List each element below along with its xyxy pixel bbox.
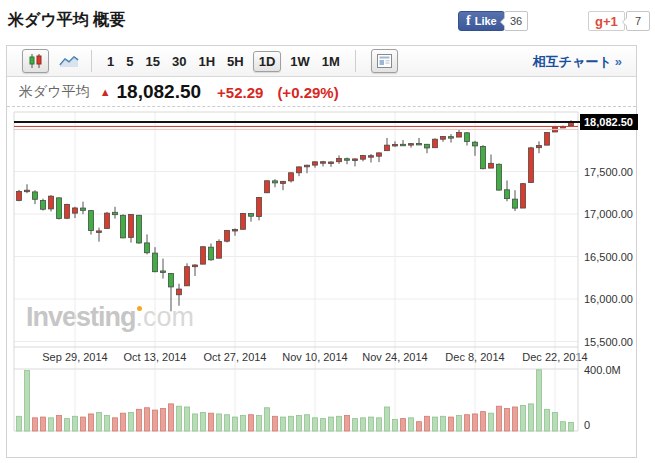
news-panel-button[interactable]: [371, 49, 398, 73]
watermark-orange-dot: [137, 306, 142, 311]
timeframe-1m[interactable]: 1M: [322, 54, 340, 69]
timeframe-1w[interactable]: 1W: [290, 54, 310, 69]
google-plus-icon: g+1: [595, 14, 618, 29]
timeframe-15[interactable]: 15: [145, 54, 159, 69]
chevron-right-icon: »: [615, 54, 622, 69]
chart-widget: 1 5 15 30 1H 5H 1D 1W 1M 相互チャート»: [6, 45, 637, 458]
toolbar-separator: [355, 50, 356, 72]
watermark-bold: Investing: [26, 302, 136, 332]
timeframe-5h[interactable]: 5H: [227, 54, 244, 69]
page-title: 米ダウ平均 概要: [8, 10, 125, 31]
candlestick-chart-type-button[interactable]: [22, 49, 49, 73]
facebook-like-label: Like: [475, 15, 497, 27]
last-price: 18,082.50: [117, 81, 202, 103]
candlestick-icon: [28, 53, 44, 69]
news-panel-icon: [377, 54, 392, 68]
interactive-chart-link-label: 相互チャート: [533, 54, 612, 69]
quote-row: 米ダウ平均 ▲ 18,082.50 +52.29 (+0.29%): [7, 78, 636, 107]
price-change-percent: (+0.29%): [277, 84, 338, 101]
watermark-light: .com: [136, 302, 195, 332]
page: 米ダウ平均 概要 f Like 36 g+1 7: [0, 0, 655, 463]
timeframe-30[interactable]: 30: [172, 54, 186, 69]
facebook-like-count: 36: [504, 11, 528, 31]
investing-watermark: Investing.com: [26, 302, 194, 333]
line-chart-type-button[interactable]: [55, 49, 82, 73]
facebook-icon: f: [466, 13, 471, 29]
google-plus-one-count: 7: [626, 11, 650, 31]
timeframe-1[interactable]: 1: [107, 54, 114, 69]
timeframe-1d-selected[interactable]: 1D: [253, 51, 282, 72]
interactive-chart-link[interactable]: 相互チャート»: [533, 53, 622, 71]
google-plus-one-button[interactable]: g+1: [588, 11, 625, 31]
toolbar-separator: [91, 50, 92, 72]
timeframe-5[interactable]: 5: [126, 54, 133, 69]
instrument-name: 米ダウ平均: [19, 83, 90, 101]
facebook-like-button[interactable]: f Like: [458, 11, 505, 31]
up-arrow-icon: ▲: [100, 86, 111, 98]
timeframe-1h[interactable]: 1H: [198, 54, 215, 69]
chart-toolbar: 1 5 15 30 1H 5H 1D 1W 1M 相互チャート»: [7, 46, 636, 77]
price-change: +52.29: [217, 84, 263, 101]
line-chart-icon: [59, 54, 79, 68]
